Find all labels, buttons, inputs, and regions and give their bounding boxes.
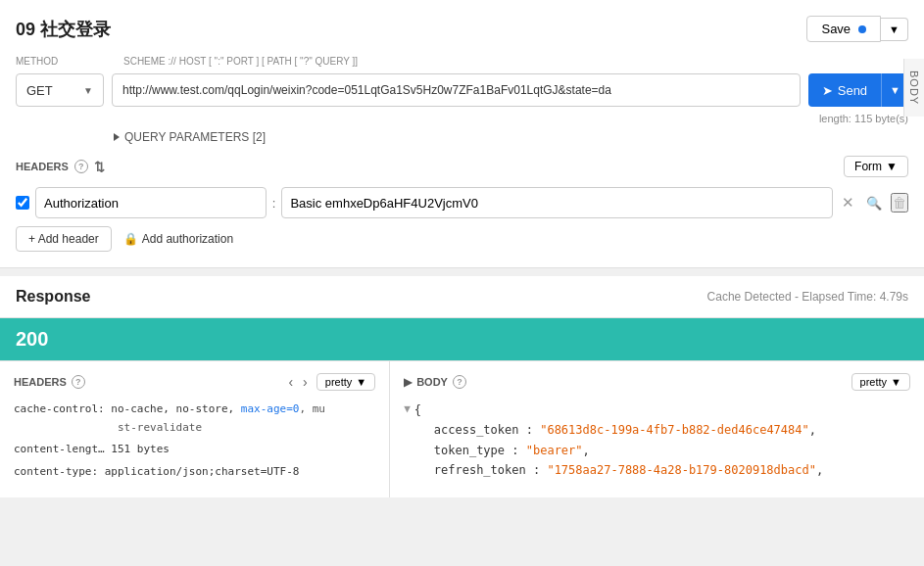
query-params-label[interactable]: QUERY PARAMETERS [2] [124, 130, 266, 144]
response-body-title: BODY [416, 376, 448, 388]
url-input[interactable] [112, 73, 801, 107]
form-label: Form [854, 160, 882, 173]
scheme-label: SCHEME :// HOST [ ":" PORT ] [ PATH [ "?… [123, 56, 908, 67]
lock-icon: 🔒 [123, 232, 138, 246]
headers-pretty-button[interactable]: pretty ▼ [316, 373, 375, 391]
json-token-type-key: token_type [434, 444, 505, 457]
json-comma3: , [816, 463, 823, 477]
body-pretty-arrow-icon: ▼ [891, 376, 901, 388]
save-button[interactable]: Save [806, 16, 881, 42]
header-clear-button[interactable]: ✕ [839, 194, 857, 212]
response-headers-list: cache-control: no-cache, no-store, max-a… [14, 401, 375, 482]
headers-section: HEADERS ? ⇅ Form ▼ : ✕ 🔍 🗑 [16, 156, 908, 252]
form-arrow-icon: ▼ [886, 160, 898, 173]
header-lock-button[interactable]: 🔍 [863, 196, 885, 211]
nav-right-button[interactable]: › [300, 374, 311, 390]
method-select[interactable]: GET ▼ [16, 73, 104, 107]
max-age-link[interactable]: max-age=0 [241, 402, 300, 415]
headers-title: HEADERS [16, 161, 69, 172]
method-arrow-icon: ▼ [83, 85, 93, 96]
add-authorization-button[interactable]: 🔒 Add authorization [123, 232, 233, 246]
list-item: cache-control: no-cache, no-store, max-a… [14, 401, 375, 437]
send-icon: ➤ [822, 83, 833, 98]
page-title: 09 社交登录 [16, 18, 111, 41]
response-headers-info-icon[interactable]: ? [72, 375, 85, 389]
json-colon2: : [511, 444, 525, 457]
response-title: Response [16, 288, 90, 306]
add-auth-label: Add authorization [142, 232, 233, 246]
send-label: Send [838, 83, 867, 98]
json-comma2: , [583, 444, 590, 457]
list-item: content-lengt… 151 bytes [14, 441, 375, 459]
header-key: cache-control: no-cache, no-store, [14, 402, 241, 415]
header-checkbox[interactable] [16, 196, 29, 210]
cache-info: Cache Detected - Elapsed Time: 4.79s [707, 290, 908, 304]
colon-separator: : [272, 196, 276, 211]
pretty-label: pretty [325, 376, 353, 388]
save-label: Save [821, 22, 851, 36]
json-refresh-token-key: refresh_token [434, 463, 526, 477]
body-pretty-button[interactable]: pretty ▼ [851, 373, 910, 391]
json-token-type-value: "bearer" [526, 444, 583, 457]
headers-info-icon[interactable]: ? [74, 160, 88, 173]
header-value-input[interactable] [281, 187, 833, 218]
status-bar: 200 [0, 318, 924, 360]
json-access-token-value: "68613d8c-199a-4fb7-b882-ded46ce47484" [540, 423, 809, 437]
response-headers-panel: HEADERS ? ‹ › pretty ▼ cache-control: [0, 361, 390, 497]
list-item: content-type: application/json;charset=U… [14, 463, 375, 482]
header-key-input[interactable] [35, 187, 267, 218]
json-refresh-token-value: "1758aa27-7888-4a28-b179-8020918dbacd" [547, 463, 816, 477]
header-delete-button[interactable]: 🗑 [891, 193, 908, 212]
method-label: METHOD [16, 56, 104, 67]
header-key: content-type: application/json;charset=U… [14, 465, 299, 478]
headers-form-button[interactable]: Form ▼ [844, 156, 908, 177]
json-colon1: : [526, 423, 540, 437]
add-header-label: + Add header [28, 232, 99, 246]
json-open-brace: { [414, 403, 421, 417]
response-body-content: ▼ { access_token : "68613d8c-199a-4fb7-b… [404, 401, 910, 481]
json-colon3: : [533, 463, 547, 477]
send-button[interactable]: ➤ Send [808, 73, 881, 107]
query-params-toggle-icon[interactable] [114, 133, 120, 141]
json-collapse-icon[interactable]: ▼ [404, 401, 411, 419]
header-key: content-lengt… 151 bytes [14, 443, 170, 455]
header-row: : ✕ 🔍 🗑 [16, 187, 908, 218]
json-comma1: , [809, 423, 816, 437]
response-body-panel: ▶ BODY ? pretty ▼ ▼ { access_token [390, 361, 924, 497]
add-header-row: + Add header 🔒 Add authorization [16, 226, 908, 252]
response-body-area: HEADERS ? ‹ › pretty ▼ cache-control: [0, 360, 924, 497]
headers-filter-icon[interactable]: ⇅ [94, 160, 105, 174]
length-info: length: 115 byte(s) [16, 113, 908, 124]
add-header-button[interactable]: + Add header [16, 226, 112, 252]
response-headers-title: HEADERS [14, 376, 67, 388]
pretty-arrow-icon: ▼ [356, 376, 366, 388]
body-tab[interactable]: BODY [903, 59, 924, 117]
body-pretty-label: pretty [860, 376, 888, 388]
response-body-info-icon[interactable]: ? [453, 375, 466, 389]
response-panel: Response Cache Detected - Elapsed Time: … [0, 276, 924, 497]
response-body-toggle-icon[interactable]: ▶ [404, 376, 412, 389]
method-value: GET [26, 83, 53, 98]
body-tab-label: BODY [908, 71, 920, 105]
json-access-token-key: access_token [434, 423, 519, 437]
nav-left-button[interactable]: ‹ [285, 374, 296, 390]
save-dropdown-button[interactable]: ▼ [881, 18, 908, 41]
save-dot [858, 25, 866, 33]
status-code: 200 [16, 328, 48, 350]
